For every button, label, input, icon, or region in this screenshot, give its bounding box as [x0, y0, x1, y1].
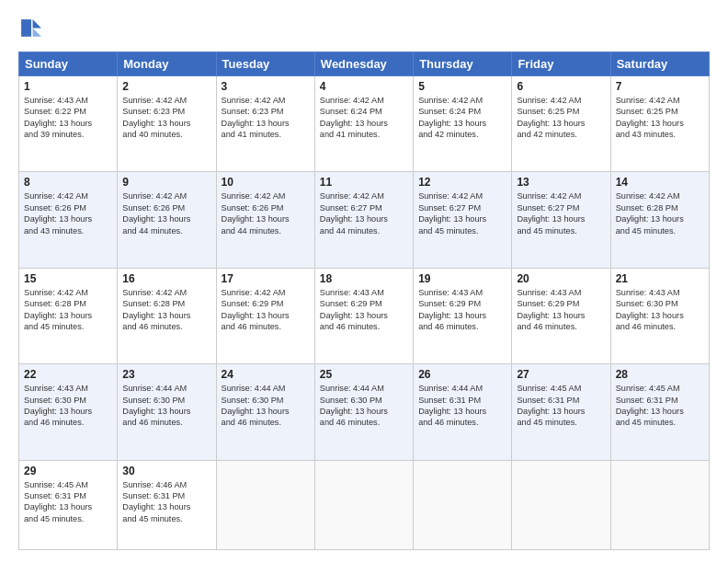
cell-sunrise: Sunrise: 4:45 AMSunset: 6:31 PMDaylight:…	[24, 480, 92, 523]
day-number: 13	[517, 176, 605, 189]
table-row: 2Sunrise: 4:42 AMSunset: 6:23 PMDaylight…	[118, 76, 216, 172]
day-number: 1	[24, 80, 112, 93]
day-number: 6	[517, 80, 605, 93]
day-number: 15	[24, 272, 112, 285]
table-row: 9Sunrise: 4:42 AMSunset: 6:26 PMDaylight…	[118, 172, 216, 268]
table-row: 12Sunrise: 4:42 AMSunset: 6:27 PMDayligh…	[414, 172, 512, 268]
table-row: 14Sunrise: 4:42 AMSunset: 6:28 PMDayligh…	[610, 172, 709, 268]
header	[18, 17, 710, 42]
cell-sunrise: Sunrise: 4:42 AMSunset: 6:26 PMDaylight:…	[222, 191, 290, 235]
table-row: 26Sunrise: 4:44 AMSunset: 6:31 PMDayligh…	[414, 364, 512, 460]
cell-sunrise: Sunrise: 4:42 AMSunset: 6:27 PMDaylight:…	[517, 191, 585, 235]
cell-sunrise: Sunrise: 4:43 AMSunset: 6:29 PMDaylight:…	[320, 288, 388, 331]
day-number: 19	[418, 272, 506, 285]
table-row	[610, 460, 709, 550]
table-row: 18Sunrise: 4:43 AMSunset: 6:29 PMDayligh…	[314, 268, 413, 363]
table-row: 13Sunrise: 4:42 AMSunset: 6:27 PMDayligh…	[512, 172, 610, 268]
day-number: 28	[616, 368, 704, 381]
day-number: 29	[24, 465, 112, 477]
cell-sunrise: Sunrise: 4:42 AMSunset: 6:25 PMDaylight:…	[616, 96, 684, 139]
table-row: 30Sunrise: 4:46 AMSunset: 6:31 PMDayligh…	[118, 460, 216, 550]
day-number: 24	[222, 368, 310, 381]
day-number: 22	[24, 368, 112, 381]
table-row	[314, 460, 413, 550]
day-number: 17	[222, 272, 310, 285]
cell-sunrise: Sunrise: 4:44 AMSunset: 6:30 PMDaylight:…	[122, 384, 190, 427]
cell-sunrise: Sunrise: 4:42 AMSunset: 6:28 PMDaylight:…	[24, 288, 92, 331]
cell-sunrise: Sunrise: 4:42 AMSunset: 6:26 PMDaylight:…	[24, 191, 92, 235]
table-row: 15Sunrise: 4:42 AMSunset: 6:28 PMDayligh…	[19, 268, 118, 363]
table-row	[512, 460, 610, 550]
day-number: 14	[616, 176, 704, 189]
table-row: 23Sunrise: 4:44 AMSunset: 6:30 PMDayligh…	[118, 364, 216, 460]
cell-sunrise: Sunrise: 4:44 AMSunset: 6:30 PMDaylight:…	[320, 384, 388, 427]
day-number: 23	[122, 368, 210, 381]
cell-sunrise: Sunrise: 4:45 AMSunset: 6:31 PMDaylight:…	[517, 384, 585, 427]
table-row: 5Sunrise: 4:42 AMSunset: 6:24 PMDaylight…	[414, 76, 512, 172]
col-monday: Monday	[118, 52, 216, 76]
cell-sunrise: Sunrise: 4:43 AMSunset: 6:30 PMDaylight:…	[616, 288, 684, 331]
table-row: 10Sunrise: 4:42 AMSunset: 6:26 PMDayligh…	[216, 172, 314, 268]
col-thursday: Thursday	[414, 52, 512, 76]
table-row: 27Sunrise: 4:45 AMSunset: 6:31 PMDayligh…	[512, 364, 610, 460]
day-number: 25	[320, 368, 408, 381]
logo	[18, 17, 48, 42]
calendar-table: Sunday Monday Tuesday Wednesday Thursday…	[18, 52, 710, 550]
table-row: 17Sunrise: 4:42 AMSunset: 6:29 PMDayligh…	[216, 268, 314, 363]
cell-sunrise: Sunrise: 4:44 AMSunset: 6:31 PMDaylight:…	[418, 384, 486, 427]
day-number: 10	[222, 176, 310, 189]
col-tuesday: Tuesday	[216, 52, 314, 76]
day-number: 4	[320, 80, 408, 93]
day-number: 18	[320, 272, 408, 285]
day-number: 26	[418, 368, 506, 381]
day-number: 16	[122, 272, 210, 285]
cell-sunrise: Sunrise: 4:42 AMSunset: 6:24 PMDaylight:…	[418, 96, 486, 139]
col-friday: Friday	[512, 52, 610, 76]
table-row: 7Sunrise: 4:42 AMSunset: 6:25 PMDaylight…	[610, 76, 709, 172]
table-row: 24Sunrise: 4:44 AMSunset: 6:30 PMDayligh…	[216, 364, 314, 460]
svg-marker-0	[33, 19, 41, 28]
table-row: 21Sunrise: 4:43 AMSunset: 6:30 PMDayligh…	[610, 268, 709, 363]
cell-sunrise: Sunrise: 4:42 AMSunset: 6:27 PMDaylight:…	[418, 191, 486, 235]
table-row: 8Sunrise: 4:42 AMSunset: 6:26 PMDaylight…	[19, 172, 118, 268]
table-row: 16Sunrise: 4:42 AMSunset: 6:28 PMDayligh…	[118, 268, 216, 363]
table-row: 6Sunrise: 4:42 AMSunset: 6:25 PMDaylight…	[512, 76, 610, 172]
day-number: 30	[122, 465, 210, 477]
col-sunday: Sunday	[19, 52, 118, 76]
svg-rect-2	[21, 19, 31, 37]
table-row: 1Sunrise: 4:43 AMSunset: 6:22 PMDaylight…	[19, 76, 118, 172]
cell-sunrise: Sunrise: 4:42 AMSunset: 6:29 PMDaylight:…	[222, 288, 290, 331]
cell-sunrise: Sunrise: 4:42 AMSunset: 6:24 PMDaylight:…	[320, 96, 388, 139]
day-number: 27	[517, 368, 605, 381]
cell-sunrise: Sunrise: 4:43 AMSunset: 6:30 PMDaylight:…	[24, 384, 92, 427]
col-saturday: Saturday	[610, 52, 709, 76]
cell-sunrise: Sunrise: 4:42 AMSunset: 6:28 PMDaylight:…	[616, 191, 684, 235]
table-row: 4Sunrise: 4:42 AMSunset: 6:24 PMDaylight…	[314, 76, 413, 172]
cell-sunrise: Sunrise: 4:42 AMSunset: 6:23 PMDaylight:…	[222, 96, 290, 139]
cell-sunrise: Sunrise: 4:46 AMSunset: 6:31 PMDaylight:…	[122, 480, 190, 523]
table-row: 25Sunrise: 4:44 AMSunset: 6:30 PMDayligh…	[314, 364, 413, 460]
cell-sunrise: Sunrise: 4:42 AMSunset: 6:27 PMDaylight:…	[320, 191, 388, 235]
day-number: 5	[418, 80, 506, 93]
table-row	[414, 460, 512, 550]
col-wednesday: Wednesday	[314, 52, 413, 76]
calendar-header-row: Sunday Monday Tuesday Wednesday Thursday…	[19, 52, 710, 76]
table-row: 11Sunrise: 4:42 AMSunset: 6:27 PMDayligh…	[314, 172, 413, 268]
logo-icon	[18, 17, 44, 42]
day-number: 3	[222, 80, 310, 93]
svg-marker-1	[33, 28, 41, 36]
cell-sunrise: Sunrise: 4:43 AMSunset: 6:29 PMDaylight:…	[418, 288, 486, 331]
cell-sunrise: Sunrise: 4:42 AMSunset: 6:28 PMDaylight:…	[122, 288, 190, 331]
cell-sunrise: Sunrise: 4:42 AMSunset: 6:25 PMDaylight:…	[517, 96, 585, 139]
cell-sunrise: Sunrise: 4:43 AMSunset: 6:29 PMDaylight:…	[517, 288, 585, 331]
table-row	[216, 460, 314, 550]
day-number: 2	[122, 80, 210, 93]
table-row: 29Sunrise: 4:45 AMSunset: 6:31 PMDayligh…	[19, 460, 118, 550]
day-number: 12	[418, 176, 506, 189]
day-number: 21	[616, 272, 704, 285]
cell-sunrise: Sunrise: 4:42 AMSunset: 6:23 PMDaylight:…	[122, 96, 190, 139]
day-number: 20	[517, 272, 605, 285]
day-number: 9	[122, 176, 210, 189]
day-number: 11	[320, 176, 408, 189]
table-row: 22Sunrise: 4:43 AMSunset: 6:30 PMDayligh…	[19, 364, 118, 460]
